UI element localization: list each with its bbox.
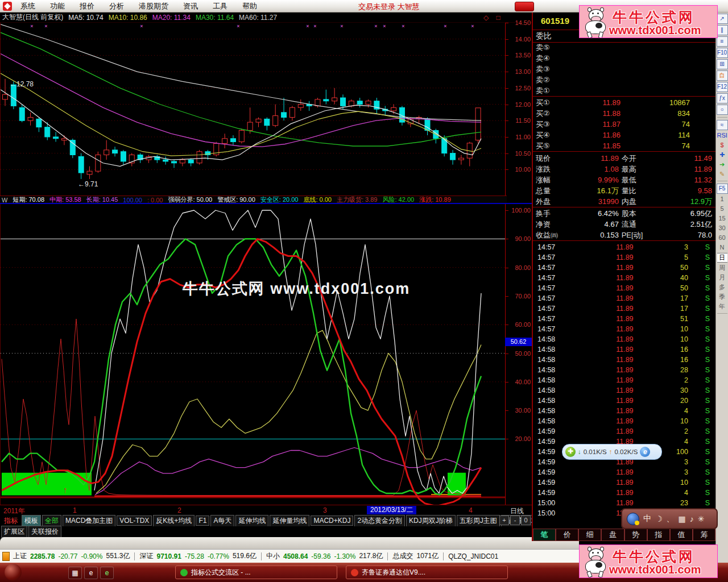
tab-关联报价[interactable]: 关联报价 — [28, 526, 61, 538]
pencil-icon[interactable]: ✎ — [717, 170, 727, 178]
panel-tab-盘[interactable]: 盘 — [601, 529, 624, 541]
indicator-tab-MACD+KDJ[interactable]: MACD+KDJ — [311, 516, 353, 526]
menu-资讯[interactable]: 资讯 — [183, 1, 198, 11]
f10-button[interactable]: F10 — [717, 48, 728, 58]
ime-glyph-icon[interactable]: ☽ — [655, 514, 663, 523]
status-segment: 1071亿 — [416, 551, 439, 561]
panel-tab-值[interactable]: 值 — [670, 529, 693, 541]
period-5min[interactable]: 5 — [717, 205, 727, 213]
mini-button-+[interactable]: + — [499, 516, 509, 525]
indicator-tab-反K线+均线[interactable]: 反K线+均线 — [153, 515, 195, 527]
mini-button-0[interactable]: 0 — [521, 516, 531, 525]
green-e-tray-icon[interactable]: e — [100, 567, 114, 579]
period-year[interactable]: 年 — [717, 302, 727, 311]
ime-logo-icon[interactable] — [627, 513, 639, 525]
trend-line-icon[interactable]: ↗ — [717, 14, 728, 24]
indicator-field: 短期: 70.08 — [13, 196, 44, 203]
indicator-tab-F1[interactable]: F1 — [196, 516, 209, 526]
indicator-tab-全部[interactable]: 全部 — [42, 515, 61, 527]
menu-功能[interactable]: 功能 — [50, 1, 65, 11]
ime-glyph-icon[interactable]: ✳ — [698, 514, 705, 523]
period-week[interactable]: 周 — [717, 264, 727, 272]
panel-tab-筹[interactable]: 筹 — [693, 529, 715, 541]
menu-工具[interactable]: 工具 — [213, 1, 228, 11]
tick-volume: 10 — [680, 334, 688, 344]
menu-港股期货[interactable]: 港股期货 — [139, 1, 168, 11]
right-toolbar: ↗∥≡F10⊞自F12ƒx○≈RSI$✚➔✎F515153060N日周月多季年 — [715, 13, 728, 563]
indicator-tab-A每天[interactable]: A每天 — [210, 515, 234, 527]
menu-系统[interactable]: 系统 — [20, 1, 35, 11]
panel-tab-指[interactable]: 指 — [647, 529, 670, 541]
tab-扩展区[interactable]: 扩展区 — [1, 526, 27, 538]
panel-tab-价[interactable]: 价 — [556, 529, 578, 541]
trade-shortcut-button[interactable] — [515, 2, 534, 11]
period-60min[interactable]: 60 — [717, 234, 727, 242]
money-icon[interactable]: $ — [717, 141, 727, 149]
indicator-tab-VOL-TDX[interactable]: VOL-TDX — [117, 516, 152, 526]
move-icon[interactable]: ✚ — [717, 151, 727, 159]
panel-tab-细[interactable]: 细 — [578, 529, 601, 541]
ime-glyph-icon[interactable]: 、 — [667, 514, 675, 524]
zixuan-button[interactable]: 自 — [717, 70, 728, 81]
f5-button[interactable]: F5 — [717, 184, 728, 194]
period-30min[interactable]: 30 — [717, 224, 727, 232]
period-multi[interactable]: 多 — [717, 283, 727, 292]
indicator-tab-模板[interactable]: 模板 — [22, 515, 41, 527]
period-15min[interactable]: 15 — [717, 214, 727, 223]
buy-price: 11.89 — [603, 97, 621, 108]
quote-panel: 601519 委比 卖⑤卖④卖③卖②卖①买①11.8910867买②11.888… — [532, 13, 715, 541]
main-chart[interactable]: ××××××××××××←12.78←9.71 — [0, 23, 506, 196]
indicator-chart[interactable]: ↑牛牛公式网 www.tdx001.com — [0, 204, 506, 505]
security-ball-icon[interactable]: ✚ — [565, 447, 576, 457]
browser-icon[interactable]: e — [640, 447, 650, 457]
indicator-tick-label: 50.00 — [515, 350, 531, 357]
task-button[interactable]: 指标公式交流区 - ... — [175, 566, 337, 579]
indicator-tab-指标[interactable]: 指标 — [1, 515, 20, 527]
wave-icon[interactable]: ≈ — [717, 120, 728, 130]
menu-报价[interactable]: 报价 — [80, 1, 94, 11]
indicator-tab-延伸均线[interactable]: 延伸均线 — [235, 515, 268, 527]
ime-glyph-icon[interactable]: ▦ — [679, 514, 686, 523]
indicator-tab-MACD叠加主图[interactable]: MACD叠加主图 — [63, 515, 115, 527]
ma-value: MA10: 10.86 — [109, 14, 147, 22]
kline-icon[interactable]: ∥ — [717, 25, 728, 35]
indicator-tab-五彩周J主图[interactable]: 五彩周J主图 — [457, 515, 500, 527]
tick-time: 14:58 — [537, 365, 555, 375]
sell-label: 卖① — [536, 85, 550, 96]
stock-code[interactable]: 601519 — [541, 16, 569, 26]
tree-icon[interactable]: ⊞ — [717, 59, 728, 69]
tick-side: S — [705, 488, 710, 498]
net-speed-popup[interactable]: ✚ ↓ 0.01K/S ↑ 0.02K/S e — [562, 444, 662, 460]
panel-tab-笔[interactable]: 笔 — [533, 529, 556, 541]
browser-tray-icon[interactable]: e — [84, 567, 98, 579]
chart-corner-icons[interactable]: ◇ □ — [483, 14, 503, 22]
status-segment: -0.77% — [208, 552, 229, 560]
panel-tab-势[interactable]: 势 — [624, 529, 647, 541]
f12-button[interactable]: F12 — [717, 82, 728, 92]
menu-帮助[interactable]: 帮助 — [242, 1, 257, 11]
indicator-tab-延伸量均线[interactable]: 延伸量均线 — [270, 515, 309, 527]
task-button[interactable]: 齐鲁证券通达信V9.... — [346, 566, 508, 579]
menu-分析[interactable]: 分析 — [109, 1, 124, 11]
tray-app-icon[interactable]: ▦ — [68, 567, 82, 579]
tick-price: 11.89 — [616, 396, 633, 406]
indicator-tab-KDJ周双J阶梯[interactable]: KDJ周双J阶梯 — [406, 515, 456, 527]
indicator-tab-2动态黄金分割[interactable]: 2动态黄金分割 — [354, 515, 405, 527]
rsi-button[interactable]: RSI — [717, 131, 727, 140]
ime-toolbar[interactable]: 中☽、▦♪✳ — [621, 508, 718, 529]
formula-icon[interactable]: ƒx — [717, 93, 728, 103]
period-day[interactable]: 日 — [717, 253, 727, 263]
ime-glyph-icon[interactable]: ♪ — [690, 514, 694, 523]
period-quarter[interactable]: 季 — [717, 293, 727, 301]
login-status[interactable]: 交易未登录 大智慧 — [358, 2, 420, 12]
period-month[interactable]: 月 — [717, 273, 727, 282]
tick-row: 14:5711.8940S — [533, 273, 715, 283]
period-1min[interactable]: 1 — [717, 195, 727, 203]
zoom-icon[interactable]: ○ — [717, 105, 728, 115]
start-button[interactable] — [5, 564, 22, 581]
export-icon[interactable]: ➔ — [717, 160, 727, 169]
ime-glyph-icon[interactable]: 中 — [643, 514, 651, 524]
period-n[interactable]: N — [717, 243, 727, 252]
quote-list-icon[interactable]: ≡ — [717, 36, 728, 47]
mini-button--[interactable]: - — [510, 516, 520, 525]
